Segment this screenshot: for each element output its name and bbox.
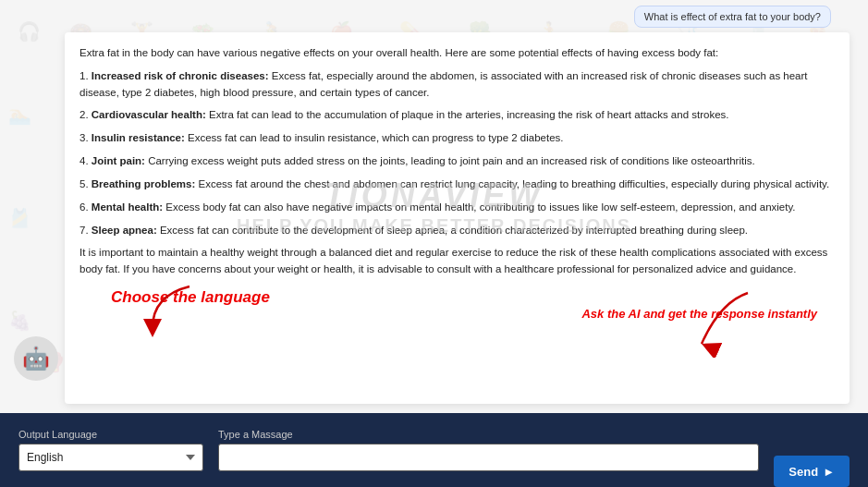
points-container: 1. Increased risk of chronic diseases: E…	[79, 68, 835, 239]
chat-bubble-text: What is effect of extra fat to your body…	[644, 11, 821, 22]
language-section: Output Language English Spanish French G…	[18, 429, 203, 471]
language-select[interactable]: English Spanish French German Chinese Ja…	[18, 444, 203, 471]
conclusion-text: It is important to maintain a healthy we…	[79, 245, 835, 278]
point-text: 2. Cardiovascular health: Extra fat can …	[79, 107, 835, 124]
point-text: 4. Joint pain: Carrying excess weight pu…	[79, 153, 835, 170]
send-label: Send	[789, 465, 818, 479]
lang-label: Output Language	[18, 429, 203, 440]
side-avatar: 🤖	[14, 336, 58, 381]
intro-text: Extra fat in the body can have various n…	[79, 45, 835, 62]
chat-bubble: What is effect of extra fat to your body…	[634, 6, 831, 28]
point-text: 1. Increased risk of chronic diseases: E…	[79, 68, 835, 102]
content-card: Extra fat in the body can have various n…	[65, 32, 850, 404]
message-input[interactable]	[218, 444, 759, 471]
send-icon: ►	[823, 465, 835, 479]
msg-label: Type a Massage	[218, 429, 759, 440]
point-text: 3. Insulin resistance: Excess fat can le…	[79, 130, 835, 147]
bottom-toolbar: Output Language English Spanish French G…	[0, 413, 868, 487]
message-section: Type a Massage	[218, 429, 759, 471]
point-text: 6. Mental health: Excess body fat can al…	[79, 200, 835, 216]
point-text: 5. Breathing problems: Excess fat around…	[79, 177, 835, 193]
send-button[interactable]: Send ►	[774, 456, 850, 487]
point-text: 7. Sleep apnea: Excess fat can contribut…	[79, 223, 835, 239]
